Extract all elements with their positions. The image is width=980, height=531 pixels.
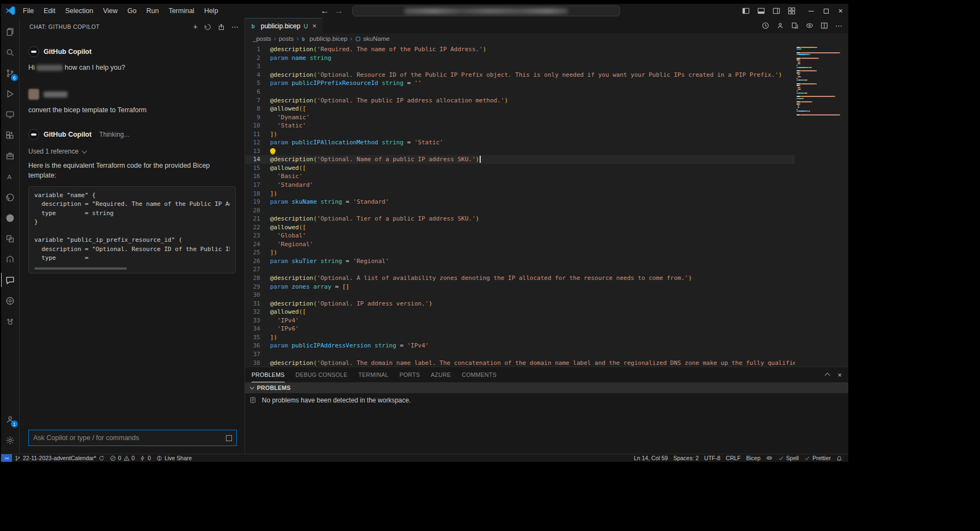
restore-button[interactable] [824,9,829,14]
code-line[interactable]: 20 [245,206,795,215]
chat-input[interactable] [33,434,226,442]
code-line[interactable]: 35]) [245,333,795,342]
spell-checker-icon[interactable]: A [1,166,20,187]
code-line[interactable]: 21@description('Optional. Tier of a publ… [245,215,795,223]
preview-icon[interactable] [806,22,813,29]
panel-tab-debug-console[interactable]: DEBUG CONSOLE [296,367,348,382]
minimize-button[interactable] [808,11,814,11]
toggle-panel-icon[interactable] [757,7,765,15]
close-panel-icon[interactable]: × [837,371,842,379]
menu-view[interactable]: View [99,5,122,16]
split-editor-icon[interactable] [820,22,828,29]
breadcrumb-item[interactable]: posts [279,35,294,42]
errors-warnings-status[interactable]: 0 0 [107,454,138,462]
close-window-button[interactable]: × [838,7,843,15]
lightbulb-icon[interactable] [270,148,275,154]
new-chat-icon[interactable]: + [193,22,198,31]
pull-request-icon[interactable] [1,249,20,270]
ports-status[interactable]: 0 [137,454,154,462]
code-line[interactable]: 13 [245,147,795,156]
tab-publicip-bicep[interactable]: b publicip.bicep U × [245,18,322,33]
code-line[interactable]: 30 [245,291,795,300]
code-line[interactable]: 15@allowed([ [245,164,795,173]
code-line[interactable]: 3 [245,62,795,71]
code-line[interactable]: 32@allowed([ [245,308,795,316]
collaborators-icon[interactable] [776,22,784,29]
manage-gear-icon[interactable] [1,430,20,450]
code-line[interactable]: 34 'IPv6' [245,325,795,333]
indentation-status[interactable]: Spaces: 2 [671,454,702,462]
breadcrumb-item-file[interactable]: b publicip.bicep [301,35,347,42]
code-line[interactable]: 38@description('Optional. The domain nam… [245,358,795,367]
code-line[interactable]: 7@description('Optional. The public IP a… [245,96,795,105]
code-line[interactable]: 28@description('Optional. A list of avai… [245,274,795,283]
chat-send-icon[interactable] [226,435,232,441]
live-share-status[interactable]: Live Share [154,454,194,462]
code-line[interactable]: 12param publicIPAllocationMethod string … [245,138,795,147]
code-line[interactable]: 4@description('Optional. Resource ID of … [245,71,795,80]
language-mode-status[interactable]: Bicep [744,454,763,462]
code-line[interactable]: 23 'Global' [245,231,795,240]
code-line[interactable]: 25]) [245,248,795,257]
code-line[interactable]: 10 'Static' [245,121,795,130]
code-line[interactable]: 5param publicIPPrefixResourceId string =… [245,79,795,88]
code-line[interactable]: 11]) [245,130,795,138]
remote-indicator[interactable]: >< [1,454,12,462]
menu-selection[interactable]: Selection [61,5,97,16]
code-line[interactable]: 6 [245,88,795,96]
open-changes-icon[interactable] [791,22,799,29]
menu-terminal[interactable]: Terminal [164,5,199,16]
code-block-hscrollbar[interactable] [34,267,127,270]
timeline-icon[interactable] [762,22,769,29]
editor-more-actions-icon[interactable]: ⋯ [835,22,843,29]
code-editor[interactable]: 1@description('Required. The name of the… [245,44,848,367]
code-line[interactable]: 17 'Standard' [245,181,795,190]
toggle-primary-sidebar-icon[interactable] [742,7,750,15]
maximize-panel-icon[interactable] [825,373,830,378]
prettier-status[interactable]: Prettier [801,454,834,462]
code-line[interactable]: 9 'Dynamic' [245,113,795,121]
used-references-toggle[interactable]: Used 1 reference [28,148,236,155]
accounts-icon[interactable]: 1 [1,409,20,430]
menu-file[interactable]: File [19,5,38,16]
chat-history-icon[interactable] [204,23,211,30]
code-line[interactable]: 19param skuName string = 'Standard' [245,198,795,206]
breadcrumb-item[interactable]: _posts [253,35,271,42]
encoding-status[interactable]: UTF-8 [701,454,723,462]
cursor-position-status[interactable]: Ln 14, Col 59 [631,454,670,462]
tab-close-icon[interactable]: × [313,22,317,30]
customize-layout-icon[interactable] [788,7,795,15]
menu-edit[interactable]: Edit [39,5,60,16]
code-line[interactable]: 8@allowed([ [245,105,795,113]
nav-back-icon[interactable]: ← [321,6,329,16]
panel-tab-terminal[interactable]: TERMINAL [358,367,389,382]
menu-run[interactable]: Run [142,5,163,16]
source-control-icon[interactable]: 6 [1,63,20,83]
code-line[interactable]: 1@description('Required. The name of the… [245,45,795,54]
panel-tab-azure[interactable]: AZURE [431,367,451,382]
toggle-secondary-sidebar-icon[interactable] [773,7,780,15]
code-line[interactable]: 37 [245,350,795,359]
run-and-debug-icon[interactable] [1,83,20,104]
menu-help[interactable]: Help [200,5,223,16]
code-lines[interactable]: 1@description('Required. The name of the… [245,44,795,367]
copilot-chat-icon[interactable] [1,270,20,290]
code-line[interactable]: 14@description('Optional. Name of a publ… [245,155,795,164]
panel-tab-problems[interactable]: PROBLEMS [252,367,285,382]
minimap[interactable] [795,44,842,367]
panel-tab-ports[interactable]: PORTS [400,367,420,382]
github-icon[interactable] [1,187,20,207]
code-line[interactable]: 33 'IPv4' [245,316,795,325]
notifications-bell[interactable] [834,454,845,462]
panel-tab-comments[interactable]: COMMENTS [462,367,497,382]
chat-more-actions-icon[interactable]: ⋯ [231,23,239,30]
code-line[interactable]: 2param name string [245,54,795,63]
export-chat-icon[interactable] [218,23,225,30]
breadcrumb-item-symbol[interactable]: skuName [355,35,390,42]
code-line[interactable]: 36param publicIPAddressVersion string = … [245,341,795,350]
code-line[interactable]: 16 'Basic' [245,172,795,181]
spell-checker-status[interactable]: Spell [775,454,801,462]
remote-explorer-icon[interactable] [1,104,20,125]
extensions-icon[interactable] [1,125,20,145]
code-line[interactable]: 26param skuTier string = 'Regional' [245,257,795,266]
